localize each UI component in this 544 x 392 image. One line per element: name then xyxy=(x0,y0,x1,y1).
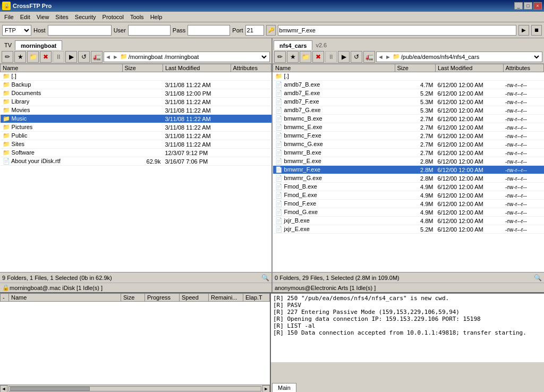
table-row[interactable]: 📄 bmwmr_F.exe 2.8M 6/12/00 12:00 AM -rw-… xyxy=(273,166,544,174)
left-bookmark-btn[interactable]: ★ xyxy=(14,51,26,63)
table-row[interactable]: 📄 bmwmc_F.exe 2.7M 6/12/00 12:00 AM -rw-… xyxy=(273,132,544,140)
table-row[interactable]: 📁 Software 12/3/07 9:12 PM xyxy=(1,149,271,157)
left-col-attrs[interactable]: Attributes xyxy=(231,64,271,72)
col-transfer-size[interactable]: Size xyxy=(121,294,145,302)
right-col-size[interactable]: Size xyxy=(395,64,436,72)
table-row[interactable]: 📄 amdb7_B.exe 4.7M 6/12/00 12:00 AM -rw-… xyxy=(273,81,544,89)
table-row[interactable]: 📁 Movies 3/11/08 11:22 AM xyxy=(1,106,271,115)
left-scroll-right-btn[interactable]: ► xyxy=(262,385,270,393)
table-row[interactable]: 📁 Library 3/11/08 11:22 AM xyxy=(1,98,271,106)
host-input[interactable] xyxy=(48,25,112,36)
file-attrs-cell xyxy=(231,98,271,106)
file-size-cell xyxy=(395,72,436,81)
table-row[interactable]: 📄 Fmod_G.exe 4.9M 6/12/00 12:00 AM -rw-r… xyxy=(273,208,544,217)
left-scroll-left-btn[interactable]: ◄ xyxy=(0,385,7,393)
col-transfer-elapsed[interactable]: Elap.T xyxy=(243,294,270,302)
left-folder-btn[interactable]: 📁 xyxy=(27,51,39,63)
file-attrs-cell xyxy=(231,149,271,157)
left-transfer-btn[interactable]: 🚛 xyxy=(91,51,103,63)
left-pause-btn[interactable]: ⏸ xyxy=(53,51,64,63)
right-stop-btn[interactable]: ✖ xyxy=(312,51,324,63)
table-row[interactable]: 📄 bmwmc_B.exe 2.7M 6/12/00 12:00 AM -rw-… xyxy=(273,115,544,123)
col-minus[interactable]: - xyxy=(1,294,9,302)
menu-sites[interactable]: Sites xyxy=(52,13,71,21)
minimize-button[interactable]: _ xyxy=(514,2,523,10)
port-input[interactable] xyxy=(245,25,264,36)
right-folder-btn[interactable]: 📁 xyxy=(300,51,311,63)
table-row[interactable]: 📁 Pictures 3/11/08 11:22 AM xyxy=(1,123,271,132)
table-row[interactable]: 📄 About your iDisk.rtf 62.9k 3/16/07 7:0… xyxy=(1,157,271,166)
menu-help[interactable]: Help xyxy=(147,13,166,21)
left-play-btn[interactable]: ▶ xyxy=(65,51,77,63)
table-row[interactable]: 📁 Public 3/11/08 11:22 AM xyxy=(1,132,271,140)
file-attrs-cell: -rw-r--r-- xyxy=(503,132,544,140)
left-edit-btn[interactable]: ✏ xyxy=(2,51,13,63)
protocol-select[interactable]: FTP SFTP FTPS xyxy=(2,25,31,36)
tv-label[interactable]: TV xyxy=(1,40,15,50)
bottom-section: - Name Size Progress Speed Remaini... El… xyxy=(0,292,544,392)
menu-view[interactable]: View xyxy=(33,13,53,21)
col-transfer-speed[interactable]: Speed xyxy=(180,294,209,302)
right-col-attrs[interactable]: Attributes xyxy=(503,64,544,72)
left-col-modified[interactable]: Last Modified xyxy=(163,64,231,72)
col-transfer-name[interactable]: Name xyxy=(9,294,121,302)
col-transfer-remaining[interactable]: Remaini... xyxy=(209,294,243,302)
table-row[interactable]: 📄 Fmod_F.exe 4.9M 6/12/00 12:00 AM -rw-r… xyxy=(273,200,544,208)
menu-security[interactable]: Security xyxy=(72,13,99,21)
table-row[interactable]: 📄 amdb7_F.exe 5.3M 6/12/00 12:00 AM -rw-… xyxy=(273,98,544,106)
right-pause-btn[interactable]: ⏸ xyxy=(325,51,337,63)
right-play-btn[interactable]: ▶ xyxy=(338,51,350,63)
user-input[interactable] xyxy=(128,25,171,36)
left-path-dropdown[interactable]: /morningboat xyxy=(163,53,268,61)
menu-edit[interactable]: Edit xyxy=(17,13,33,21)
right-tab-nfs4cars[interactable]: nfs4_cars xyxy=(274,40,312,50)
left-tab-morningboat[interactable]: morningboat xyxy=(15,40,62,50)
left-scroll-thumb[interactable] xyxy=(10,387,90,391)
table-row[interactable]: 📄 amdb7_E.exe 5.2M 6/12/00 12:00 AM -rw-… xyxy=(273,89,544,98)
left-col-size[interactable]: Size xyxy=(122,64,163,72)
connect-button[interactable]: 🔑 xyxy=(266,25,276,36)
left-col-name[interactable]: Name xyxy=(1,64,123,72)
menu-file[interactable]: File xyxy=(1,13,17,21)
left-refresh-btn[interactable]: ↺ xyxy=(78,51,90,63)
remote-path-input[interactable] xyxy=(278,25,516,36)
table-row[interactable]: 📄 bmwmr_B.exe 2.7M 6/12/00 12:00 AM -rw-… xyxy=(273,149,544,157)
table-row[interactable]: 📄 bmwmc_G.exe 2.7M 6/12/00 12:00 AM -rw-… xyxy=(273,140,544,149)
table-row[interactable]: 📄 bmwmr_E.exe 2.8M 6/12/00 12:00 AM -rw-… xyxy=(273,157,544,166)
table-row[interactable]: 📄 Fmod_B.exe 4.9M 6/12/00 12:00 AM -rw-r… xyxy=(273,183,544,191)
table-row[interactable]: 📄 jxjr_B.exe 4.8M 6/12/00 12:00 AM -rw-r… xyxy=(273,217,544,225)
right-col-name[interactable]: Name xyxy=(273,64,395,72)
left-h-scrollbar[interactable]: ◄ ► xyxy=(0,385,270,392)
right-search-btn[interactable]: 🔍 xyxy=(534,274,542,282)
table-row[interactable]: 📄 Fmod_E.exe 4.9M 6/12/00 12:00 AM -rw-r… xyxy=(273,191,544,200)
right-refresh-btn[interactable]: ↺ xyxy=(351,51,362,63)
left-scroll-track[interactable] xyxy=(8,386,261,391)
file-modified-cell: 6/12/00 12:00 AM xyxy=(436,174,504,183)
table-row[interactable]: 📁 [.] xyxy=(273,72,544,81)
table-row[interactable]: 📄 bmwmc_E.exe 2.7M 6/12/00 12:00 AM -rw-… xyxy=(273,123,544,132)
menu-tools[interactable]: Tools xyxy=(127,13,147,21)
table-row[interactable]: 📁 Documents 3/11/08 12:00 PM xyxy=(1,89,271,98)
table-row[interactable]: 📁 Backup 3/11/08 11:22 AM xyxy=(1,81,271,89)
col-transfer-progress[interactable]: Progress xyxy=(145,294,180,302)
table-row[interactable]: 📄 jxjr_E.exe 5.2M 6/12/00 12:00 AM -rw-r… xyxy=(273,225,544,234)
table-row[interactable]: 📁 Music 3/11/08 11:22 AM xyxy=(1,115,271,123)
pass-input[interactable] xyxy=(188,25,230,36)
left-stop-btn[interactable]: ✖ xyxy=(40,51,52,63)
maximize-button[interactable]: □ xyxy=(524,2,532,10)
right-path-dropdown[interactable]: /pub/ea/demos/nfs4/nfs4_cars xyxy=(533,53,541,61)
right-transfer-btn[interactable]: 🚛 xyxy=(363,51,375,63)
log-tab-main[interactable]: Main xyxy=(272,383,296,392)
right-edit-btn[interactable]: ✏ xyxy=(274,51,286,63)
right-bookmark-btn[interactable]: ★ xyxy=(287,51,299,63)
table-row[interactable]: 📁 [.] xyxy=(1,72,271,81)
stop-connect-button[interactable]: ⏹ xyxy=(531,25,542,36)
table-row[interactable]: 📁 Sites 3/11/08 11:22 AM xyxy=(1,140,271,149)
left-search-btn[interactable]: 🔍 xyxy=(261,274,269,282)
close-button[interactable]: × xyxy=(533,2,542,10)
go-button[interactable]: ▶ xyxy=(518,25,529,36)
right-col-modified[interactable]: Last Modified xyxy=(436,64,504,72)
menu-protocol[interactable]: Protocol xyxy=(99,13,127,21)
table-row[interactable]: 📄 bmwmr_G.exe 2.8M 6/12/00 12:00 AM -rw-… xyxy=(273,174,544,183)
table-row[interactable]: 📄 amdb7_G.exe 5.3M 6/12/00 12:00 AM -rw-… xyxy=(273,106,544,115)
